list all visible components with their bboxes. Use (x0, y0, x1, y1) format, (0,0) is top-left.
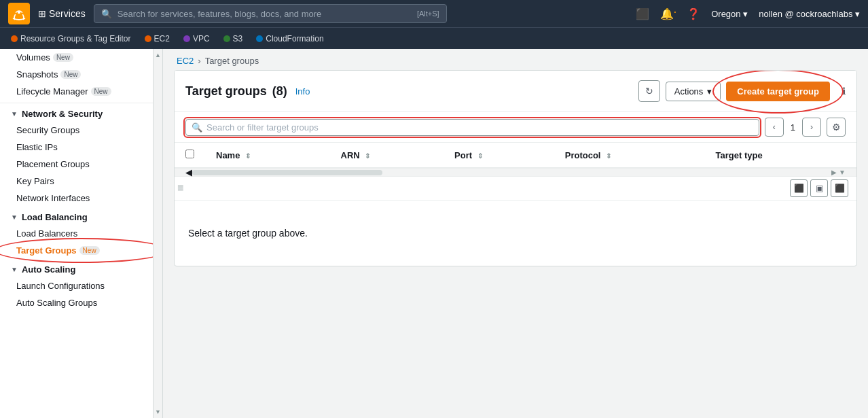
panel-title: Target groups (8) (185, 84, 287, 99)
bell-icon[interactable]: 🔔• (660, 7, 676, 20)
sidebar-section-header-auto-scaling[interactable]: ▼ Auto Scaling (0, 259, 162, 277)
sidebar-item-target-groups[interactable]: Target Groups New (0, 242, 162, 259)
help-icon[interactable]: ❓ (687, 7, 700, 20)
scroll-down-icon: ▼ (155, 408, 161, 415)
grid-icon: ⊞ (38, 8, 46, 19)
filter-input[interactable] (206, 122, 753, 133)
search-filter-input[interactable]: 🔍 (185, 119, 759, 136)
bookmark-label: EC2 (154, 34, 170, 43)
select-all-checkbox[interactable] (185, 150, 194, 158)
split-panel-bottom-button[interactable]: ⬛ (790, 179, 808, 197)
collapse-arrow-icon: ▼ (11, 266, 18, 273)
checkbox-header[interactable] (175, 143, 205, 168)
services-menu[interactable]: ⊞ Services (38, 8, 86, 19)
section-label: Auto Scaling (22, 264, 75, 275)
sidebar-item-label: Launch Configurations (16, 281, 105, 291)
sidebar-section-header-load-balancing[interactable]: ▼ Load Balancing (0, 207, 162, 225)
panel-title-text: Target groups (185, 84, 267, 99)
sidebar-item-network-interfaces[interactable]: Network Interfaces (0, 190, 162, 207)
bookmark-s3[interactable]: S3 (218, 32, 249, 46)
global-search[interactable]: 🔍 [Alt+S] (94, 4, 447, 23)
actions-button[interactable]: Actions ▾ (666, 82, 721, 101)
actions-label: Actions (674, 86, 704, 97)
main-content: EC2 › Target groups Target groups (8) In… (163, 49, 868, 418)
refresh-button[interactable]: ↻ (638, 80, 660, 102)
column-settings-button[interactable]: ⚙ (827, 118, 846, 137)
dropdown-icon: ▾ (707, 86, 712, 97)
info-icon[interactable]: ℹ (842, 86, 846, 97)
arn-header[interactable]: ARN ⇕ (330, 143, 444, 168)
scroll-thumb[interactable] (192, 170, 382, 175)
empty-state: Select a target group above. (175, 201, 856, 266)
split-panel-side-button[interactable]: ⬛ (831, 179, 848, 197)
search-input[interactable] (117, 9, 412, 19)
bookmark-dot (223, 35, 230, 42)
bookmark-label: CloudFormation (266, 34, 323, 43)
nav-right: ⬛ 🔔• ❓ Oregon ▾ nollen @ cockroachlabs ▾ (636, 7, 860, 20)
sidebar-section-header-network-security[interactable]: ▼ Network & Security (0, 103, 162, 122)
collapse-arrow-icon: ▼ (11, 213, 18, 221)
sidebar-item-auto-scaling-groups[interactable]: Auto Scaling Groups (0, 294, 162, 311)
protocol-label: Protocol (565, 150, 601, 160)
search-icon: 🔍 (101, 9, 112, 19)
search-shortcut: [Alt+S] (417, 10, 439, 18)
sort-icon: ⇕ (477, 152, 483, 160)
collapse-arrow-icon: ▼ (11, 110, 18, 118)
scroll-up-icon: ▲ (155, 52, 161, 58)
sidebar-item-lifecycle-manager[interactable]: Lifecycle Manager New (0, 83, 162, 100)
sidebar-item-label: Volumes (16, 52, 50, 63)
region-selector[interactable]: Oregon ▾ (711, 9, 748, 19)
breadcrumb-parent-link[interactable]: EC2 (177, 56, 194, 66)
bookmark-label: VPC (193, 34, 210, 43)
sidebar-item-key-pairs[interactable]: Key Pairs (0, 173, 162, 190)
sidebar-section-load-balancing: ▼ Load Balancing Load Balancers Target G… (0, 207, 162, 259)
panel-actions: ↻ Actions ▾ Create target group (638, 80, 830, 102)
sidebar-item-elastic-ips[interactable]: Elastic IPs (0, 139, 162, 156)
bookmark-resource-groups[interactable]: Resource Groups & Tag Editor (5, 32, 137, 46)
split-panel-icons: ⬛ ▣ ⬛ (790, 179, 854, 197)
user-menu[interactable]: nollen @ cockroachlabs ▾ (759, 9, 860, 19)
bookmark-vpc[interactable]: VPC (178, 32, 215, 46)
sidebar-item-label: Key Pairs (16, 176, 54, 186)
sidebar-scrollbar[interactable]: ▲ ▼ (153, 49, 162, 418)
bookmark-label: S3 (233, 34, 243, 43)
scroll-right-arrow: ▶ ▼ (831, 169, 846, 176)
table: Name ⇕ ARN ⇕ Port ⇕ (175, 143, 856, 266)
table-header-row: Name ⇕ ARN ⇕ Port ⇕ (175, 143, 856, 168)
sidebar-item-launch-configurations[interactable]: Launch Configurations (0, 277, 162, 294)
info-link[interactable]: Info (295, 86, 310, 97)
create-target-group-button[interactable]: Create target group (726, 82, 830, 101)
sidebar-item-label: Auto Scaling Groups (16, 298, 97, 308)
sidebar-item-security-groups[interactable]: Security Groups (0, 122, 162, 139)
sidebar-item-load-balancers[interactable]: Load Balancers (0, 225, 162, 242)
bookmark-ec2[interactable]: EC2 (139, 32, 175, 46)
scroll-left-arrow: ◀ (185, 167, 192, 177)
sidebar-section-network-security: ▼ Network & Security Security Groups Ela… (0, 103, 162, 207)
sidebar-item-snapshots[interactable]: Snapshots New (0, 66, 162, 83)
protocol-header[interactable]: Protocol ⇕ (554, 143, 705, 168)
top-navigation: ⊞ Services 🔍 [Alt+S] ⬛ 🔔• ❓ Oregon ▾ nol… (0, 0, 868, 27)
search-icon: 🔍 (192, 122, 202, 133)
name-header[interactable]: Name ⇕ (205, 143, 330, 168)
page-number: 1 (786, 122, 799, 133)
port-header[interactable]: Port ⇕ (444, 143, 554, 168)
empty-state-message: Select a target group above. (188, 228, 308, 239)
filter-row: 🔍 ‹ 1 › ⚙ (175, 112, 856, 143)
sidebar-item-placement-groups[interactable]: Placement Groups (0, 156, 162, 173)
name-label: Name (216, 150, 240, 160)
horizontal-scrollbar[interactable]: ◀ ▶ ▼ (175, 169, 856, 177)
bookmark-cloudformation[interactable]: CloudFormation (251, 32, 329, 46)
prev-page-button[interactable]: ‹ (765, 118, 784, 137)
next-page-button[interactable]: › (802, 118, 821, 137)
target-groups-panel: Target groups (8) Info ↻ Actions ▾ Creat… (174, 70, 857, 266)
sidebar-item-label: Elastic IPs (16, 142, 58, 152)
split-panel-right-button[interactable]: ▣ (810, 179, 828, 197)
breadcrumb-separator: › (198, 56, 200, 66)
main-layout: Volumes New Snapshots New Lifecycle Mana… (0, 49, 868, 418)
terminal-icon[interactable]: ⬛ (636, 7, 649, 20)
bookmark-dot (11, 35, 18, 42)
create-label: Create target group (737, 86, 819, 97)
svg-point-0 (18, 11, 20, 14)
pagination-controls: ‹ 1 › (765, 118, 821, 137)
sidebar-item-volumes[interactable]: Volumes New (0, 49, 162, 66)
